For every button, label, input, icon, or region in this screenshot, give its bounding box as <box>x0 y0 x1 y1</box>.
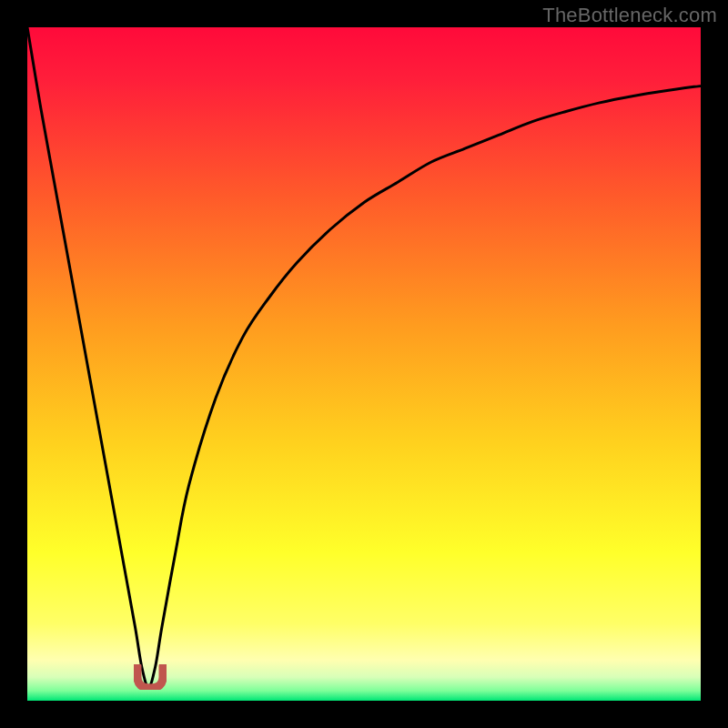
optimal-point-marker <box>134 664 167 690</box>
bottleneck-curve <box>27 27 701 701</box>
chart-plot-area <box>27 27 701 701</box>
attribution-text: TheBottleneck.com <box>542 4 717 27</box>
